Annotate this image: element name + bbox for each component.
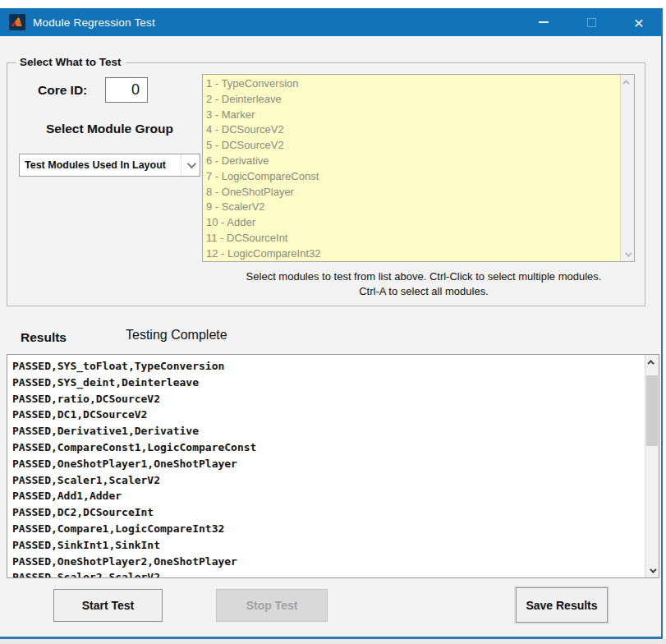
group-legend: Select What to Test xyxy=(16,56,126,68)
result-line[interactable]: PASSED,SinkInt1,SinkInt xyxy=(12,537,645,554)
chevron-down-icon xyxy=(187,159,196,168)
module-list-item[interactable]: 2 - Deinterleave xyxy=(206,92,620,108)
desktop-strip xyxy=(0,639,666,644)
stop-test-button[interactable]: Stop Test xyxy=(216,589,328,622)
result-line[interactable]: PASSED,SYS_deint,Deinterleave xyxy=(12,375,645,391)
module-group-dropdown[interactable]: Test Modules Used In Layout xyxy=(19,154,200,177)
application-window: Module Regression Test × Select What to … xyxy=(0,0,666,644)
module-list-item[interactable]: 12 - LogicCompareInt32 xyxy=(206,246,620,261)
minimize-icon xyxy=(539,21,549,23)
chevron-down-icon xyxy=(650,566,656,573)
results-listbox[interactable]: PASSED,SYS_toFloat,TypeConversionPASSED,… xyxy=(7,354,659,578)
save-results-button[interactable]: Save Results xyxy=(516,587,608,623)
result-line[interactable]: PASSED,Add1,Adder xyxy=(12,488,645,504)
module-list-items[interactable]: 1 - TypeConversion2 - Deinterleave3 - Ma… xyxy=(203,75,620,261)
window-right-edge xyxy=(661,8,663,639)
module-group-selected-value: Test Modules Used In Layout xyxy=(20,159,181,171)
result-line[interactable]: PASSED,CompareConst1,LogicCompareConst xyxy=(12,439,645,456)
title-bar[interactable]: Module Regression Test × xyxy=(0,8,663,36)
module-list-item[interactable]: 8 - OneShotPlayer xyxy=(206,185,620,200)
minimize-button[interactable] xyxy=(520,8,567,36)
selection-hint-line1: Select modules to test from list above. … xyxy=(202,270,645,283)
result-line[interactable]: PASSED,DC1,DCSourceV2 xyxy=(12,407,645,423)
result-line[interactable]: PASSED,Scaler2,ScalerV2 xyxy=(12,569,645,577)
result-line[interactable]: PASSED,DC2,DCSourceInt xyxy=(12,504,645,521)
select-what-to-test-group: Select What to Test Core ID: Select Modu… xyxy=(7,62,645,306)
window-body: Select What to Test Core ID: Select Modu… xyxy=(0,36,661,637)
result-line[interactable]: PASSED,OneShotPlayer2,OneShotPlayer xyxy=(12,554,645,570)
core-id-input[interactable] xyxy=(105,77,148,103)
close-icon: × xyxy=(634,14,644,31)
selection-hint-line2: Ctrl-A to select all modules. xyxy=(202,285,645,297)
result-line[interactable]: PASSED,Scaler1,ScalerV2 xyxy=(12,472,645,489)
testing-status-text: Testing Complete xyxy=(126,328,227,343)
module-list-item[interactable]: 9 - ScalerV2 xyxy=(206,200,620,215)
results-label: Results xyxy=(21,330,67,345)
window-controls: × xyxy=(520,8,663,36)
chevron-up-icon xyxy=(647,360,654,366)
chevron-up-icon xyxy=(622,80,629,86)
module-list-item[interactable]: 11 - DCSourceInt xyxy=(206,231,620,246)
start-test-button[interactable]: Start Test xyxy=(53,589,163,622)
module-list-item[interactable]: 5 - DCSourceV2 xyxy=(206,138,620,154)
module-group-label: Select Module Group xyxy=(19,122,200,136)
scrollbar-thumb[interactable] xyxy=(646,375,658,446)
maximize-icon xyxy=(587,18,596,27)
scroll-down-button[interactable] xyxy=(621,247,634,261)
module-list-item[interactable]: 7 - LogicCompareConst xyxy=(206,169,620,185)
window-title: Module Regression Test xyxy=(33,16,155,29)
scroll-up-button[interactable] xyxy=(645,355,659,369)
chevron-down-icon xyxy=(625,250,632,256)
results-lines[interactable]: PASSED,SYS_toFloat,TypeConversionPASSED,… xyxy=(7,355,645,577)
scroll-down-button[interactable] xyxy=(645,564,659,577)
module-list-item[interactable]: 10 - Adder xyxy=(206,215,620,231)
result-line[interactable]: PASSED,SYS_toFloat,TypeConversion xyxy=(12,358,645,375)
module-list-item[interactable]: 6 - Derivative xyxy=(206,154,620,169)
close-button[interactable]: × xyxy=(615,8,663,36)
module-list-item[interactable]: 3 - Marker xyxy=(206,108,620,123)
result-line[interactable]: PASSED,Compare1,LogicCompareInt32 xyxy=(12,521,645,537)
module-list-scrollbar[interactable] xyxy=(620,75,634,261)
results-scrollbar[interactable] xyxy=(645,355,659,577)
module-list-item[interactable]: 4 - DCSourceV2 xyxy=(206,122,620,138)
maximize-button[interactable] xyxy=(567,8,615,36)
core-id-label: Core ID: xyxy=(38,83,87,98)
result-line[interactable]: PASSED,OneShotPlayer1,OneShotPlayer xyxy=(12,456,645,472)
result-line[interactable]: PASSED,ratio,DCSourceV2 xyxy=(12,391,645,407)
dropdown-arrow-zone[interactable] xyxy=(181,154,200,176)
scroll-up-button[interactable] xyxy=(621,75,634,89)
module-list-item[interactable]: 1 - TypeConversion xyxy=(206,76,620,92)
result-line[interactable]: PASSED,Derivative1,Derivative xyxy=(12,423,645,439)
module-listbox[interactable]: 1 - TypeConversion2 - Deinterleave3 - Ma… xyxy=(202,74,635,262)
matlab-logo-icon xyxy=(9,14,25,30)
